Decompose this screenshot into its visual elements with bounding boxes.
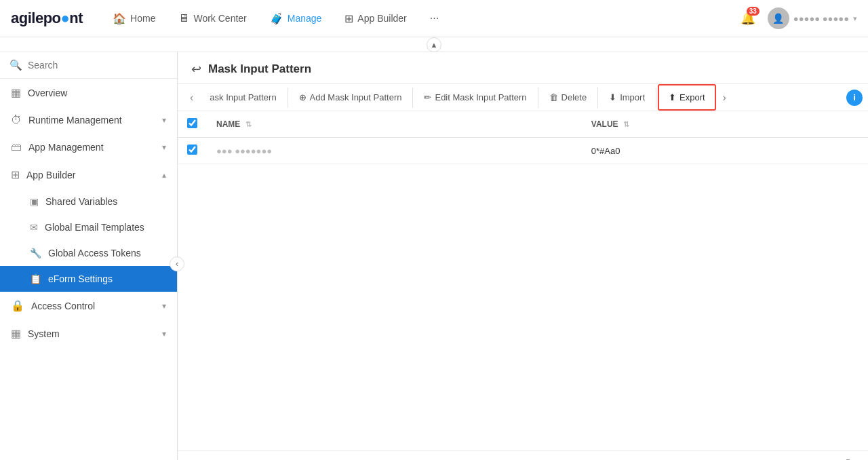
global-email-icon: ✉ <box>30 222 38 233</box>
row-name-cell: ●●● ●●●●●●● <box>207 138 582 164</box>
sidebar-item-access-control[interactable]: 🔒 Access Control ▾ <box>0 292 177 320</box>
sort-icon: ⇅ <box>623 120 629 128</box>
toolbar-forward-nav: › <box>716 89 733 107</box>
edit-icon: ✏ <box>424 92 431 102</box>
sidebar-item-label: Overview <box>28 88 67 98</box>
notification-button[interactable]: 🔔 33 <box>736 7 760 30</box>
sidebar-item-label: Access Control <box>31 301 95 311</box>
logo-text: agilepo●nt <box>11 9 83 27</box>
overview-icon: ▦ <box>11 86 21 99</box>
table-footer: 1 Rows ↻ <box>178 451 868 460</box>
nav-home[interactable]: 🏠 Home <box>103 8 165 29</box>
sidebar-item-runtime-mgmt[interactable]: ⏱ Runtime Management ▾ <box>0 107 177 134</box>
toolbar: ‹ ask Input Pattern ⊕ Add Mask Input Pat… <box>178 84 868 111</box>
home-icon: 🏠 <box>113 12 126 25</box>
toolbar-add-label: Add Mask Input Pattern <box>310 92 402 102</box>
sidebar-item-eform-settings[interactable]: 📋 eForm Settings <box>0 266 177 292</box>
system-icon: ▦ <box>11 327 21 340</box>
access-control-icon: 🔒 <box>11 299 24 312</box>
table-row: ●●● ●●●●●●● 0*#Aa0 <box>178 138 868 164</box>
chevron-up-icon: ▴ <box>162 170 166 180</box>
page-title: Mask Input Pattern <box>208 62 311 76</box>
table-header-value[interactable]: VALUE ⇅ <box>582 111 868 138</box>
table-header-name[interactable]: NAME ⇅ <box>207 111 582 138</box>
sort-icon: ⇅ <box>245 120 252 128</box>
search-icon: 🔍 <box>9 59 22 71</box>
refresh-button[interactable]: ↻ <box>846 457 854 460</box>
sidebar-item-label: Global Email Templates <box>45 222 144 233</box>
user-name: ●●●●● ●●●●● <box>793 14 849 24</box>
collapse-bar: ▲ <box>0 37 868 52</box>
table-header-checkbox-col <box>178 111 207 138</box>
toolbar-import-label: Import <box>620 92 645 102</box>
global-tokens-icon: 🔧 <box>30 248 41 258</box>
logo-dot: ● <box>61 9 70 26</box>
page-header-icon: ↩ <box>191 62 201 77</box>
sidebar-item-system[interactable]: ▦ System ▾ <box>0 320 177 347</box>
nav-links: 🏠 Home 🖥 Work Center 🧳 Manage ⊞ App Buil… <box>103 8 736 29</box>
nav-appbuilder-label: App Builder <box>357 13 406 24</box>
toolbar-separator <box>656 88 656 108</box>
toolbar-export-button[interactable]: ⬆ Export <box>658 84 716 111</box>
chevron-down-icon: ▾ <box>162 329 166 339</box>
main-content: ↩ Mask Input Pattern ‹ ask Input Pattern… <box>178 52 868 460</box>
search-input[interactable] <box>28 60 167 71</box>
toolbar-add-button[interactable]: ⊕ Add Mask Input Pattern <box>290 85 412 109</box>
export-icon: ⬆ <box>669 92 676 102</box>
sidebar-item-app-builder[interactable]: ⊞ App Builder ▴ <box>0 161 177 189</box>
sidebar-collapse-button[interactable]: ‹ <box>170 256 184 271</box>
toolbar-delete-button[interactable]: 🗑 Delete <box>540 85 597 109</box>
sidebar-item-global-tokens[interactable]: 🔧 Global Access Tokens <box>0 240 177 266</box>
row-checkbox[interactable] <box>187 145 197 155</box>
chevron-down-icon: ▾ <box>162 115 166 125</box>
table-container: NAME ⇅ VALUE ⇅ ●●● ●●●●●●● 0*#Aa0 <box>178 111 868 451</box>
sidebar-item-shared-vars[interactable]: ▣ Shared Variables <box>0 189 177 214</box>
info-icon: i <box>853 92 856 102</box>
toolbar-back-button[interactable]: ‹ <box>187 89 196 107</box>
info-button[interactable]: i <box>846 90 863 106</box>
sidebar-item-overview[interactable]: ▦ Overview <box>0 79 177 107</box>
toolbar-export-label: Export <box>679 92 705 102</box>
table-body: ●●● ●●●●●●● 0*#Aa0 <box>178 138 868 164</box>
workcenter-icon: 🖥 <box>178 12 189 24</box>
import-icon: ⬇ <box>609 92 616 102</box>
sidebar-item-label: App Builder <box>26 170 75 180</box>
nav-workcenter[interactable]: 🖥 Work Center <box>169 8 256 28</box>
toolbar-edit-label: Edit Mask Input Pattern <box>435 92 526 102</box>
sidebar-item-label: App Management <box>28 142 104 153</box>
sidebar: 🔍 ▦ Overview ⏱ Runtime Management ▾ 🗃 Ap… <box>0 52 178 460</box>
user-avatar: 👤 <box>768 7 789 29</box>
toolbar-edit-button[interactable]: ✏ Edit Mask Input Pattern <box>414 85 536 109</box>
nav-manage-label: Manage <box>288 13 322 24</box>
nav-manage[interactable]: 🧳 Manage <box>260 8 332 29</box>
collapse-button[interactable]: ▲ <box>427 37 441 52</box>
user-info[interactable]: 👤 ●●●●● ●●●●● ▾ <box>768 7 857 29</box>
toolbar-separator <box>288 88 288 108</box>
nav-appbuilder[interactable]: ⊞ App Builder <box>335 8 416 29</box>
logo: agilepo●nt <box>11 9 83 27</box>
toolbar-back-label-button[interactable]: ask Input Pattern <box>200 85 285 109</box>
toolbar-separator <box>412 88 413 108</box>
sidebar-item-label: Runtime Management <box>28 115 122 126</box>
more-icon: ··· <box>430 12 439 24</box>
sidebar-search-container: 🔍 <box>0 52 177 79</box>
chevron-down-icon: ▾ <box>162 142 166 152</box>
sidebar-item-global-email[interactable]: ✉ Global Email Templates <box>0 214 177 240</box>
select-all-checkbox[interactable] <box>187 118 197 128</box>
top-nav: agilepo●nt 🏠 Home 🖥 Work Center 🧳 Manage… <box>0 0 868 37</box>
sidebar-item-app-mgmt[interactable]: 🗃 App Management ▾ <box>0 134 177 161</box>
sidebar-item-label: Global Access Tokens <box>48 248 141 258</box>
main-layout: 🔍 ▦ Overview ⏱ Runtime Management ▾ 🗃 Ap… <box>0 52 868 460</box>
notification-badge: 33 <box>747 7 760 16</box>
page-header: ↩ Mask Input Pattern <box>178 52 868 84</box>
toolbar-back-label: ask Input Pattern <box>210 92 276 102</box>
toolbar-delete-label: Delete <box>561 92 587 102</box>
toolbar-back-nav: ‹ <box>183 89 200 107</box>
data-table: NAME ⇅ VALUE ⇅ ●●● ●●●●●●● 0*#Aa0 <box>178 111 868 164</box>
toolbar-separator <box>538 88 538 108</box>
nav-more[interactable]: ··· <box>420 8 448 28</box>
toolbar-import-button[interactable]: ⬇ Import <box>599 85 654 109</box>
toolbar-forward-button[interactable]: › <box>720 89 729 107</box>
row-value-cell: 0*#Aa0 <box>582 138 868 164</box>
shared-vars-icon: ▣ <box>30 196 39 207</box>
